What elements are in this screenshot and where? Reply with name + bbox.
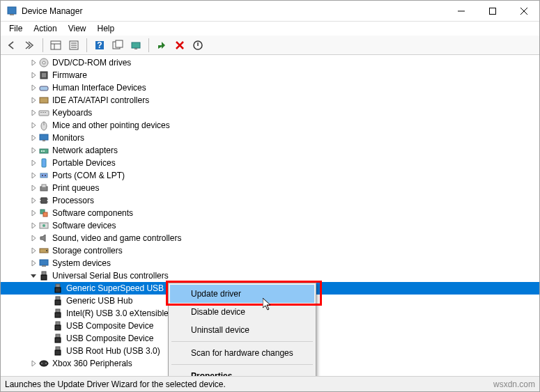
ctx-update-driver[interactable]: Update driver <box>170 285 314 303</box>
svg-rect-69 <box>55 338 61 343</box>
menu-help[interactable]: Help <box>92 22 121 35</box>
action-button[interactable] <box>109 37 126 54</box>
properties-button[interactable] <box>65 37 82 54</box>
menu-file[interactable]: File <box>3 22 28 35</box>
window-title: Device Manager <box>22 6 445 16</box>
expand-icon[interactable] <box>29 97 38 104</box>
expand-icon[interactable] <box>29 172 38 179</box>
tree-node-label: Intel(R) USB 3.0 eXtensible Ho <box>66 308 181 318</box>
expand-icon[interactable] <box>29 72 38 79</box>
svg-rect-58 <box>42 272 46 275</box>
tree-node-label: USB Composite Device <box>66 334 153 343</box>
tree-node[interactable]: Software components <box>1 207 539 219</box>
hid-icon <box>38 82 49 93</box>
expand-icon[interactable] <box>29 247 38 254</box>
tree-node[interactable]: Universal Serial Bus controllers <box>1 269 539 282</box>
tree-node[interactable]: DVD/CD-ROM drives <box>1 56 539 69</box>
expand-icon[interactable] <box>29 260 38 267</box>
svg-point-38 <box>43 150 45 152</box>
expand-icon[interactable] <box>29 109 38 116</box>
monitor-icon <box>38 132 49 143</box>
network-icon <box>38 145 49 156</box>
svg-rect-17 <box>132 42 140 48</box>
titlebar: Device Manager <box>1 1 539 22</box>
scan-button[interactable] <box>128 37 144 54</box>
ctx-scan-hardware[interactable]: Scan for hardware changes <box>170 344 314 362</box>
svg-rect-45 <box>41 198 47 203</box>
svg-point-41 <box>42 175 43 176</box>
window-controls <box>445 1 539 21</box>
expand-icon[interactable] <box>29 235 38 242</box>
svg-rect-40 <box>40 173 47 178</box>
tree-node[interactable]: Human Interface Devices <box>1 81 539 94</box>
expand-icon[interactable] <box>29 59 38 66</box>
tree-node[interactable]: IDE ATA/ATAPI controllers <box>1 94 539 107</box>
expand-icon[interactable] <box>29 84 38 91</box>
svg-rect-68 <box>56 334 60 338</box>
usb-icon <box>52 308 63 319</box>
tree-node[interactable]: Mice and other pointing devices <box>1 119 539 132</box>
expand-icon[interactable] <box>29 360 38 367</box>
menu-view[interactable]: View <box>63 22 92 35</box>
svg-rect-70 <box>56 347 60 350</box>
statusbar: Launches the Update Driver Wizard for th… <box>1 376 539 391</box>
tree-node[interactable]: Software devices <box>1 219 539 232</box>
tree-node[interactable]: Sound, video and game controllers <box>1 232 539 244</box>
svg-rect-56 <box>40 260 48 265</box>
tree-node[interactable]: Storage controllers <box>1 244 539 257</box>
tree-node[interactable]: Ports (COM & LPT) <box>1 169 539 182</box>
svg-rect-30 <box>43 112 44 113</box>
tree-node[interactable]: System devices <box>1 257 539 269</box>
tree-node[interactable]: Print queues <box>1 182 539 194</box>
collapse-icon[interactable] <box>29 272 38 279</box>
expand-icon[interactable] <box>29 147 38 154</box>
tree-node[interactable]: Monitors <box>1 132 539 144</box>
toolbar-separator <box>148 38 149 52</box>
toolbar-separator <box>43 38 43 52</box>
tree-node[interactable]: Processors <box>1 194 539 207</box>
ctx-disable-device[interactable]: Disable device <box>170 303 314 321</box>
tree-node-label: Software devices <box>52 221 116 230</box>
tree-node[interactable]: Network adapters <box>1 144 539 157</box>
show-hide-tree-button[interactable] <box>47 37 64 54</box>
ctx-uninstall-device[interactable]: Uninstall device <box>170 321 314 339</box>
expand-icon[interactable] <box>29 122 38 129</box>
svg-rect-6 <box>51 41 61 49</box>
uninstall-button[interactable] <box>171 37 188 54</box>
svg-rect-28 <box>39 111 49 116</box>
forward-button[interactable] <box>22 37 38 54</box>
expand-icon[interactable] <box>29 197 38 204</box>
close-button[interactable] <box>508 1 539 21</box>
expand-icon[interactable] <box>29 159 38 166</box>
minimize-button[interactable] <box>445 1 477 21</box>
swcomp-icon <box>38 207 49 219</box>
chip-icon <box>38 70 49 81</box>
svg-rect-18 <box>134 48 137 49</box>
svg-point-42 <box>45 175 46 176</box>
svg-point-74 <box>45 363 47 364</box>
update-driver-button[interactable] <box>153 37 170 54</box>
expand-icon[interactable] <box>29 134 38 141</box>
svg-point-37 <box>41 150 43 152</box>
tree-node[interactable]: Keyboards <box>1 107 539 119</box>
svg-rect-63 <box>55 300 61 305</box>
usb-icon <box>52 333 63 344</box>
cpu-icon <box>38 195 49 206</box>
maximize-button[interactable] <box>477 1 508 21</box>
expand-icon[interactable] <box>29 185 38 191</box>
tree-node-label: Portable Devices <box>52 158 116 168</box>
expand-icon[interactable] <box>29 210 38 217</box>
tree-node-label: Xbox 360 Peripherals <box>52 359 132 368</box>
help-button[interactable]: ? <box>91 37 108 54</box>
svg-rect-3 <box>489 8 495 14</box>
svg-rect-31 <box>45 112 46 113</box>
back-button[interactable] <box>3 37 20 54</box>
portable-icon <box>38 157 49 168</box>
tree-node[interactable]: Portable Devices <box>1 157 539 169</box>
expand-icon[interactable] <box>29 222 38 229</box>
tree-node-label: Mice and other pointing devices <box>52 120 170 130</box>
svg-rect-29 <box>40 112 42 113</box>
menu-action[interactable]: Action <box>28 22 62 35</box>
disable-button[interactable] <box>190 37 206 54</box>
tree-node[interactable]: Firmware <box>1 69 539 81</box>
